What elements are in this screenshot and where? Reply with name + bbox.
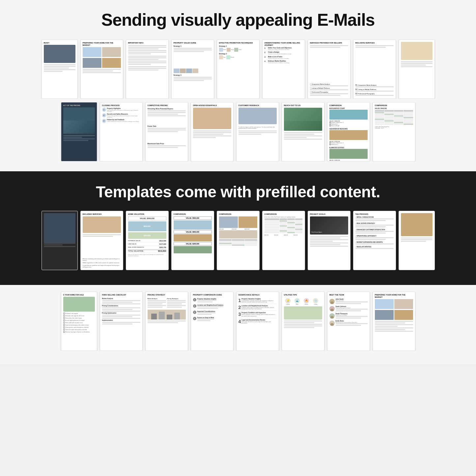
avatar-david [329,313,335,319]
card-comparison-images: COMPARISON $890,000 $750,000 $600,000 [217,211,260,270]
card-row-3: INCLUDED SERVICES Effective marketing an… [7,211,469,270]
card-pricing-strategy: PRICING STRATEGY Market Analysis Pricing… [145,292,188,351]
card-significance-details: SIGNIFICANCE DETAILS 1 Property Valuatio… [236,292,279,351]
card-extra1-img [401,42,433,60]
card-property-sales: PROPERTY SALES GUIDE Strategy 1 Strategy… [171,40,214,99]
card-dark-partial [42,211,78,270]
card-understanding-journey: UNDERSTANDING YOUR HOME SELLING JOURNEY … [262,40,305,99]
card-comparison-values: COMPARISON VALUE: $500,000 VALUE: $800,0… [171,211,214,270]
card-home-valuation: HOME VALUATION VALUE: $500,000 $800,000 … [126,211,169,270]
card-reach-out: REACH OUT TO US [282,102,324,161]
dark-section: Templates come with prefilled content. I… [0,171,476,285]
avatar-emily [329,321,335,326]
card-preparing-home-bottom: PREPARING YOUR HOME FOR THE MARKET [373,292,415,351]
card-act-pricing: ACT OF THE PRICING [61,102,97,161]
avatar-sarah [329,306,335,311]
card-extra-row3 [399,211,435,270]
card-competitive-pricing: COMPETITIVE PRICING Attracting More Pote… [145,102,188,161]
avatar-john [329,299,335,304]
card-ready-img [44,45,75,63]
card-feedback-img [238,108,277,124]
card-included-img [83,216,121,233]
card-row-4: G YOUR HOME FOR SALE Enhance curb appeal… [7,292,469,351]
comp-table [375,110,413,125]
card-ready: READY [42,40,78,99]
card-effective-promotion: EFFECTIVE PROMOTION TECHNIQUES Strategy … [217,40,260,99]
card-open-house-img [193,108,231,129]
card-preparing-home: PREPARING YOUR HOME FOR THE MARKET [80,40,123,99]
card-fsbo: FSBO SELLING CHECKLIST Market Analysis P… [100,292,143,351]
card-comparison-big-table: COMPARISON In the future of the Real Est… [262,211,305,270]
card-the-process: THE PROCESS ○ INITIAL CONSULTATION ○ REA… [353,211,396,270]
card-property-comparison-guide: PROPERTY COMPARISON GUIDE 1 Property Val… [191,292,234,351]
card-row-1: READY PREPARING YOUR HOME FOR THE MARKET [7,40,469,99]
card-row-2: ACT OF THE PRICING CLOSING PROCESS 1 [7,102,469,161]
card-extra-1 [399,40,435,99]
card-inclusive-services: INCLUSIVE SERVICES 01 Comparative Market… [353,40,396,99]
card-open-house: OPEN HOUSE ESSENTIALS [191,102,234,161]
card-services-sellers: SERVICES PROVIDED FOR SELLERS ○ Comparat… [308,40,350,99]
dark-title: Templates come with prefilled content. [7,183,469,201]
bottom-section: G YOUR HOME FOR SALE Enhance curb appeal… [0,285,476,364]
card-meet-team: MEET THE TEAM John Smith Sales Specialis… [327,292,370,351]
card-included-services: INCLUDED SERVICES Effective marketing an… [80,211,123,270]
card-utilities-tips: UTILITIES TIPS 💡 Lighting 🌊 Water 🔥 Heat… [282,292,324,351]
card-project-goals: PROJECT GOALS Real Estate Agent [308,211,350,270]
main-title: Sending visually appealing E-Mails [7,10,469,30]
top-section: Sending visually appealing E-Mails READY… [0,0,476,171]
card-customer-feedback: CUSTOMER FEEDBACK "I couldn't be happier… [236,102,279,161]
card-comparison-table: COMPARISON VALUE: $440,000 [373,102,415,161]
card-comparison-list: COMPARISON MAPLEWOOD COURT VALUE: $460,0… [327,102,370,161]
card-home-sale-partial: G YOUR HOME FOR SALE Enhance curb appeal… [61,292,97,351]
card-important-info: IMPORTANT INFO [126,40,169,99]
card-closing-process: CLOSING PROCESS 1 Property Highlights Hi… [100,102,143,161]
